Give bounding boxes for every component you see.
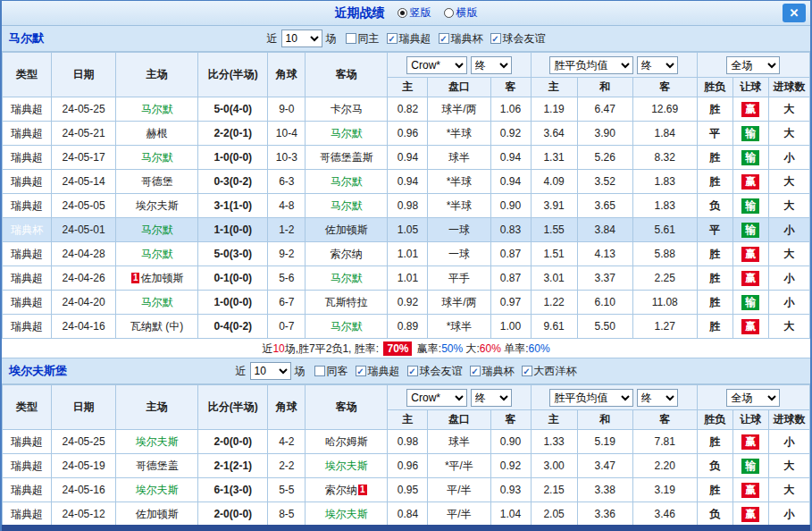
col-avg-draw: 和 (577, 410, 632, 430)
near-label: 近 (236, 364, 247, 379)
avg-draw-cell: 5.26 (577, 146, 632, 170)
avg-odds-header: 胜平负均值 终 (531, 385, 697, 410)
away-odds-cell: 0.87 (490, 242, 531, 266)
score-cell: 0-4(0-2) (198, 315, 268, 339)
avg-select[interactable]: 胜平负均值 (549, 56, 633, 74)
final-odds-select[interactable]: 终 (471, 389, 512, 407)
bookmaker-select[interactable]: Crow* (406, 389, 467, 407)
goals-cell: 小 (768, 291, 809, 315)
radio-selected-icon (398, 8, 407, 18)
away-team-cell: 索尔纳 (306, 242, 388, 266)
league-type-cell: 瑞典超 (3, 170, 52, 194)
score-cell: 2-2(0-1) (198, 122, 268, 146)
handicap-cell: 球半/两 (428, 97, 490, 122)
away-odds-cell: 0.83 (490, 218, 531, 242)
handicap-result-badge: 输 (741, 459, 759, 474)
result-cell: 负 (697, 502, 732, 527)
score-cell: 1-0(0-0) (198, 146, 268, 170)
league-type-cell: 瑞典超 (3, 266, 52, 291)
avg-away-cell: 3.46 (632, 502, 697, 527)
avg-away-cell: 5.88 (632, 242, 697, 266)
rank-badge: 1 (358, 485, 367, 495)
avg-draw-cell: 6.47 (577, 97, 632, 122)
summary-segment: 赢率: (414, 342, 441, 355)
summary-segment: 场,胜7平2负1, 胜率: (285, 342, 382, 355)
date-cell: 24-04-28 (52, 242, 116, 266)
avg-home-cell: 3.00 (531, 454, 577, 478)
radio-vertical-label: 竖版 (410, 5, 431, 21)
handicap-result-badge: 赢 (741, 271, 759, 286)
home-team-cell: 埃尔夫斯 (116, 194, 198, 218)
avg-draw-cell: 3.37 (577, 266, 632, 291)
filter-checkbox[interactable]: ✓瑞典超 (387, 31, 431, 46)
handicap-result-badge: 输 (741, 198, 759, 214)
checkbox-checked-icon: ✓ (470, 366, 481, 376)
summary-segment: 60% (529, 342, 550, 355)
summary-segment: 单率: (501, 342, 529, 355)
final-odds-select[interactable]: 终 (471, 56, 512, 74)
home-odds-cell: 0.98 (388, 194, 428, 218)
match-row: 瑞典超24-05-19哥德堡盖2-1(2-1)2-2埃尔夫斯0.96*平/半0.… (3, 454, 810, 478)
near-label: 近 (267, 31, 278, 46)
filter-checkbox[interactable]: ✓球会友谊 (407, 364, 463, 379)
home-team-cell: 哥德堡盖 (116, 454, 198, 478)
radio-horizontal-layout[interactable]: 横版 (444, 5, 478, 21)
col-avg-draw: 和 (577, 78, 632, 97)
league-type-cell: 瑞典超 (3, 478, 52, 502)
goals-cell: 小 (768, 502, 809, 527)
away-odds-cell: 0.92 (490, 122, 531, 146)
home-team-cell: 埃尔夫斯 (116, 430, 198, 454)
avg-away-cell: 8.32 (632, 146, 697, 170)
avg-away-cell: 2.25 (632, 266, 697, 291)
score-cell: 1-1(0-0) (198, 218, 268, 242)
home-odds-cell: 0.96 (388, 454, 428, 478)
avg-select[interactable]: 胜平负均值 (549, 389, 633, 407)
col-score: 比分(半场) (198, 385, 268, 430)
avg-draw-cell: 3.90 (577, 122, 632, 146)
final-odds-select[interactable]: 终 (637, 389, 678, 407)
close-icon[interactable]: ✕ (783, 4, 806, 22)
radio-vertical-layout[interactable]: 竖版 (398, 5, 431, 21)
avg-away-cell: 5.61 (632, 218, 697, 242)
filter-checkbox[interactable]: ✓瑞典超 (356, 364, 400, 379)
filter-checkbox[interactable]: ✓瑞典杯 (470, 364, 515, 379)
result-cell: 平 (697, 122, 732, 146)
filter-checkbox[interactable]: ✓大西洋杯 (522, 364, 577, 379)
avg-draw-cell: 3.65 (577, 194, 632, 218)
away-team-cell: 佐加顿斯 (306, 218, 388, 242)
col-avg-away: 客 (632, 410, 697, 430)
filter-checkbox[interactable]: ✓球会友谊 (490, 31, 546, 46)
result-cell: 胜 (697, 478, 732, 502)
home-odds-cell: 0.96 (388, 122, 428, 146)
avg-draw-cell: 3.36 (577, 502, 632, 527)
score-cell: 5-0(3-0) (198, 242, 268, 266)
final-odds-select[interactable]: 终 (637, 56, 678, 74)
filter-checkbox[interactable]: ✓瑞典杯 (439, 31, 483, 46)
bookmaker-select[interactable]: Crow* (406, 56, 467, 74)
away-odds-cell: 0.97 (490, 291, 531, 315)
date-cell: 24-04-26 (52, 266, 116, 291)
scope-select[interactable]: 全场 (726, 56, 780, 74)
scope-select[interactable]: 全场 (726, 389, 780, 407)
handicap-result-cell: 赢 (732, 97, 768, 122)
checkbox-checked-icon: ✓ (407, 366, 418, 376)
checkbox-label: 球会友谊 (503, 31, 546, 46)
handicap-result-badge: 赢 (741, 507, 759, 522)
score-cell: 2-1(2-1) (198, 454, 268, 478)
avg-away-cell: 2.20 (632, 454, 697, 478)
summary-segment: 大: (463, 342, 480, 355)
home-odds-cell: 0.82 (388, 97, 428, 122)
corner-cell: 0-7 (268, 315, 306, 339)
avg-away-cell: 1.83 (632, 170, 697, 194)
match-count-select[interactable]: 10 (281, 30, 322, 47)
filter-checkbox[interactable]: 同客 (314, 364, 348, 379)
filter-checkbox[interactable]: 同主 (346, 31, 380, 46)
match-count-select[interactable]: 10 (250, 362, 291, 380)
handicap-cell: 平/半 (428, 478, 490, 502)
col-handicap: 盘口 (428, 78, 490, 97)
date-cell: 24-05-21 (52, 122, 116, 146)
date-cell: 24-04-16 (52, 315, 116, 339)
league-filter-checkboxes: 同客✓瑞典超✓球会友谊✓瑞典杯✓大西洋杯 (309, 364, 577, 379)
away-team-cell: 马尔默 (306, 122, 388, 146)
corner-cell: 5-5 (268, 478, 306, 502)
